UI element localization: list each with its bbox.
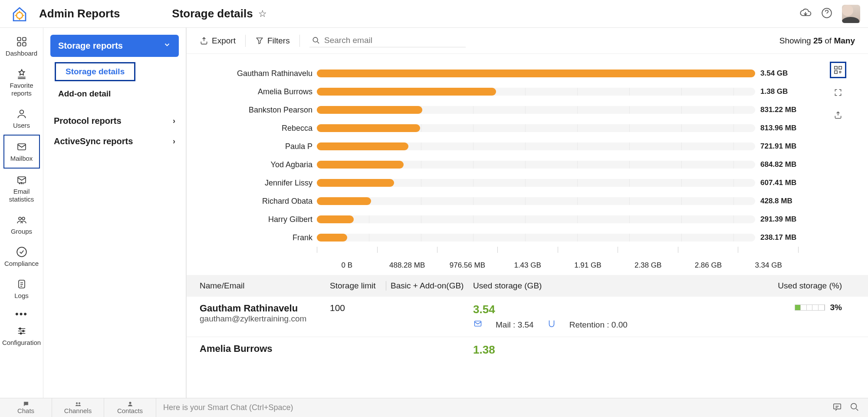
table-row[interactable]: Amelia Burrows 1.38	[187, 337, 868, 363]
chevron-right-icon: ›	[173, 116, 175, 126]
search-icon[interactable]	[850, 402, 859, 413]
bar-track	[317, 179, 755, 187]
bar-label: Bankston Pearson	[204, 106, 317, 115]
row-name: Amelia Burrows	[200, 343, 330, 354]
bar-track	[317, 215, 755, 223]
row-mail-label: Mail : 3.54	[496, 320, 534, 330]
chart-x-axis: 0 B488.28 MB976.56 MB1.43 GB1.91 GB2.38 …	[317, 253, 799, 270]
sidebar-storage-reports[interactable]: Storage reports	[50, 35, 179, 57]
chat-bubble-icon[interactable]	[832, 402, 842, 413]
share-chart-button[interactable]	[830, 107, 846, 123]
favorite-star-icon[interactable]: ☆	[258, 8, 267, 20]
separator	[299, 35, 300, 47]
svg-rect-19	[835, 71, 837, 73]
svg-rect-5	[23, 43, 26, 46]
storage-bar-chart: Gautham Rathinavelu3.54 GBAmelia Burrows…	[204, 64, 807, 247]
sidebar-row-label: ActiveSync reports	[54, 136, 133, 146]
chevron-down-icon	[163, 41, 171, 51]
rail-dashboard[interactable]: Dashboard	[3, 30, 40, 63]
svg-rect-8	[18, 177, 26, 183]
sidebar-item-storage-details[interactable]: Storage details	[55, 62, 135, 81]
svg-point-25	[851, 404, 857, 409]
bar-label: Frank	[204, 233, 317, 242]
svg-point-16	[313, 37, 318, 42]
rail-compliance[interactable]: Compliance	[3, 241, 40, 273]
row-limit: 100	[330, 303, 386, 313]
sidebar-activesync-reports[interactable]: ActiveSync reports ›	[50, 131, 179, 152]
smart-chat-hint[interactable]: Here is your Smart Chat (Ctrl+Space)	[156, 403, 293, 412]
table-header: Name/Email Storage limit Basic + Add-on(…	[187, 275, 868, 297]
search-box[interactable]	[309, 34, 466, 47]
bottom-tab-channels[interactable]: Channels	[52, 398, 104, 417]
svg-point-21	[76, 403, 78, 404]
rail-favorite-reports[interactable]: Favorite reports	[3, 63, 40, 103]
bar-value: 428.8 MB	[755, 197, 807, 205]
sidebar-item-addon-detail[interactable]: Add-on detail	[50, 85, 179, 103]
svg-point-11	[17, 247, 26, 257]
bar-label: Amelia Burrows	[204, 87, 317, 96]
cloud-download-icon[interactable]	[799, 7, 812, 21]
app-title: Admin Reports	[39, 7, 120, 20]
check-circle-icon	[15, 246, 28, 258]
export-button[interactable]: Export	[200, 36, 236, 46]
sidebar-protocol-reports[interactable]: Protocol reports ›	[50, 111, 179, 131]
svg-point-0	[16, 12, 23, 18]
bottom-tab-chats[interactable]: Chats	[0, 398, 52, 417]
svg-point-13	[19, 328, 21, 330]
table-row[interactable]: Gautham Rathinavelu gautham@zylkertraini…	[187, 297, 868, 337]
grid-icon	[15, 36, 28, 48]
bar-track	[317, 161, 755, 169]
bar-track	[317, 234, 755, 242]
rail-users[interactable]: Users	[3, 103, 40, 135]
bar-label: Harry Gilbert	[204, 215, 317, 224]
svg-rect-2	[17, 37, 21, 41]
group-icon	[15, 214, 28, 226]
rail-mailbox[interactable]: Mailbox	[3, 135, 40, 169]
rail-label: Email statistics	[5, 188, 38, 203]
svg-point-23	[129, 402, 131, 404]
rail-label: Favorite reports	[5, 82, 38, 97]
bar-label: Paula P	[204, 142, 317, 151]
retention-icon	[547, 319, 556, 331]
svg-rect-3	[23, 37, 26, 41]
fullscreen-button[interactable]	[830, 84, 846, 101]
row-email: gautham@zylkertraining.com	[200, 314, 330, 324]
rail-more-icon[interactable]: •••	[15, 308, 28, 320]
mail-icon	[15, 141, 28, 153]
svg-rect-18	[839, 66, 842, 69]
bottom-tab-label: Channels	[64, 407, 92, 414]
bar-value: 831.22 MB	[755, 106, 807, 114]
bar-label: Richard Obata	[204, 197, 317, 206]
user-avatar[interactable]	[842, 5, 860, 23]
document-icon	[15, 278, 28, 290]
bottom-tab-contacts[interactable]: Contacts	[104, 398, 156, 417]
mail-icon	[473, 319, 483, 330]
showing-count: Showing 25 of Many	[779, 36, 855, 46]
chart-view-grid-button[interactable]	[830, 62, 846, 78]
svg-point-14	[22, 330, 24, 332]
bar-track	[317, 124, 755, 132]
user-icon	[15, 108, 28, 120]
bar-track	[317, 88, 755, 96]
rail-groups[interactable]: Groups	[3, 208, 40, 241]
settings-icon	[15, 325, 28, 337]
help-icon[interactable]	[821, 7, 832, 20]
bar-value: 291.39 MB	[755, 215, 807, 224]
svg-rect-20	[475, 321, 481, 326]
separator	[245, 35, 246, 47]
rail-email-statistics[interactable]: Email statistics	[3, 169, 40, 208]
filters-button[interactable]: Filters	[255, 36, 290, 46]
bar-value: 607.41 MB	[755, 179, 807, 187]
mail-stats-icon	[15, 174, 28, 186]
bar-value: 684.82 MB	[755, 160, 807, 169]
row-name: Gautham Rathinavelu	[200, 303, 330, 314]
percent-text: 3%	[830, 303, 842, 312]
row-retention-label: Retention : 0.00	[569, 320, 628, 330]
rail-logs[interactable]: Logs	[3, 273, 40, 305]
chevron-right-icon: ›	[173, 137, 175, 146]
rail-configuration[interactable]: Configuration	[3, 320, 40, 352]
search-input[interactable]	[324, 36, 463, 45]
rail-label: Users	[13, 122, 30, 129]
export-label: Export	[212, 36, 236, 46]
rail-label: Mailbox	[10, 155, 33, 162]
